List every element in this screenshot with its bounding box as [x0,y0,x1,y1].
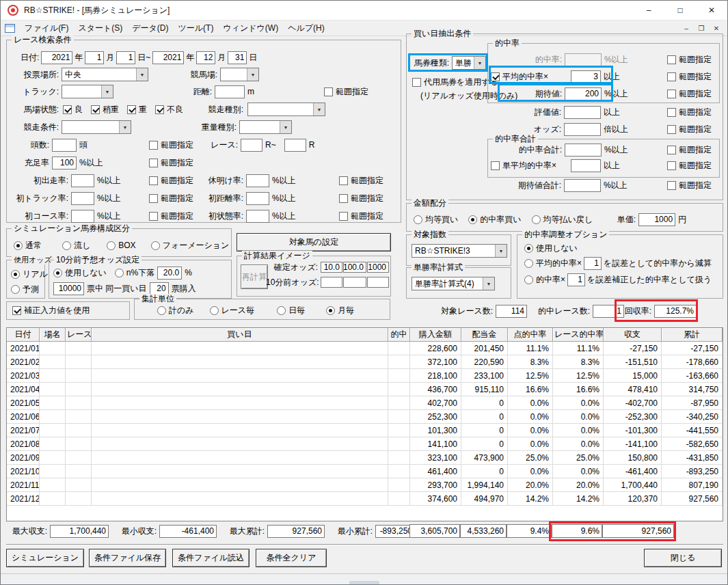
range-checkbox[interactable]: 範囲指定 [324,86,368,98]
ticket-type-select[interactable]: 単勝▼ [452,56,486,70]
adjust-correct-input[interactable]: 1 [567,273,585,286]
fixed-odds-input-1[interactable]: 10.0 [321,262,342,273]
radio-per-month[interactable]: 月毎 [326,305,354,316]
results-table[interactable]: 日付 場名 レース 買い目 的中 購入金額 配当金 点的中率 レース的中率 収支… [6,327,723,521]
close-button[interactable]: ✕ [696,1,727,20]
menu-help[interactable]: ヘルプ(H) [283,21,329,36]
range-checkbox[interactable]: 範囲指定 [667,180,712,191]
radio-box[interactable]: BOX [107,241,135,250]
hit-rate-total-input[interactable] [565,144,602,157]
first-condition-input[interactable] [246,210,269,223]
condition-good-checkbox[interactable]: 良 [63,104,83,115]
radio-per-race[interactable]: レース毎 [210,305,255,316]
pre-odds-input-3[interactable] [367,277,389,288]
track-select[interactable]: ▼ [62,85,113,98]
range-checkbox[interactable]: 範囲指定 [667,88,712,100]
date-from-month-input[interactable]: 1 [85,51,104,64]
header-bet[interactable]: 買い目 [92,328,388,342]
menu-file[interactable]: ファイル(F) [20,21,73,36]
menu-tool[interactable]: ツール(T) [174,21,219,36]
adjust-subtract-input[interactable]: 1 [584,257,602,270]
correction-checkbox[interactable]: 補正入力値を使用 [12,305,90,316]
header-race[interactable]: レース [66,328,92,342]
range-checkbox[interactable]: 範囲指定 [667,107,712,118]
range-checkbox[interactable]: 範囲指定 [667,160,712,172]
vote-place-select[interactable]: 中央▼ [62,68,148,81]
range-checkbox[interactable]: 範囲指定 [667,54,712,66]
range-checkbox[interactable]: 範囲指定 [149,210,193,222]
radio-nagashi[interactable]: 流し [62,240,90,251]
menu-data[interactable]: データ(D) [127,21,173,36]
avg-hit-rate-input[interactable]: 3 [571,70,601,83]
race-condition-select[interactable]: ▼ [62,120,131,134]
unit-price-input[interactable]: 1000 [638,213,675,226]
load-conditions-button[interactable]: 条件ファイル読込 [172,549,250,567]
table-row[interactable]: 2021/09323,100473,90025.0%25.0%150,800-4… [7,451,723,465]
radio-adjust-correct[interactable]: 的中率× [524,274,565,286]
range-checkbox[interactable]: 範囲指定 [667,124,712,135]
radio-total-only[interactable]: 計のみ [157,305,194,316]
date-to-month-input[interactable]: 12 [196,51,215,64]
condition-bad-checkbox[interactable]: 不良 [155,104,183,115]
first-run-input[interactable] [71,174,94,187]
fill-rate-input[interactable]: 100 [52,157,77,169]
date-from-year-input[interactable]: 2021 [41,51,72,64]
header-payout[interactable]: 配当金 [461,328,508,342]
header-date[interactable]: 日付 [7,328,40,342]
first-distance-input[interactable] [246,192,269,205]
condition-slightly-heavy-checkbox[interactable]: 稍重 [91,104,119,115]
range-checkbox[interactable]: 範囲指定 [339,175,383,187]
radio-adjust-no-use[interactable]: 使用しない [524,243,578,254]
radio-normal[interactable]: 通常 [14,240,42,251]
hit-rate-input[interactable] [565,53,602,66]
condition-heavy-checkbox[interactable]: 重 [127,104,147,115]
radio-hit-rate-buy[interactable]: 的中率買い [468,214,521,226]
date-from-day-input[interactable]: 1 [116,51,135,64]
range-checkbox[interactable]: 範囲指定 [149,157,193,169]
substitute-ticket-checkbox[interactable]: 代用馬券を適用する [412,77,498,88]
save-conditions-button[interactable]: 条件ファイル保存 [89,549,166,567]
simulate-button[interactable]: シミュレーション [6,549,84,567]
radio-adjust-subtract[interactable]: 平均的中率× [524,258,582,269]
fixed-odds-input-2[interactable]: 100.0 [343,262,366,273]
votes-input[interactable]: 10000 [53,282,84,295]
range-checkbox[interactable]: 範囲指定 [149,193,193,204]
child-window-icon[interactable] [5,24,15,33]
weight-type-select[interactable]: ▼ [239,120,292,134]
fixed-odds-input-3[interactable]: 1000 [367,262,389,273]
header-race-rate[interactable]: レース的中率 [553,328,604,342]
evaluation-input[interactable] [564,106,601,119]
date-to-year-input[interactable]: 2021 [152,51,184,64]
maximize-button[interactable]: □ [664,1,696,20]
child-close-button[interactable]: ✕ [710,22,723,34]
radio-predicted-odds[interactable]: 予測 [11,284,39,295]
first-track-input[interactable] [71,192,94,205]
buy-votes-input[interactable]: 20 [150,282,169,295]
distance-input[interactable] [215,85,245,98]
table-row[interactable]: 2021/11293,7001,994,14020.0%20.0%1,700,4… [7,478,723,492]
race-type-select[interactable]: ▼ [247,103,325,116]
close-dialog-button[interactable]: 閉じる [644,549,722,567]
radio-per-day[interactable]: 日毎 [277,305,305,316]
target-index-select[interactable]: RB☆STRIKE!3▼ [412,244,507,258]
odds-input[interactable] [564,123,601,136]
table-row[interactable]: 2021/05402,70000.0%0.0%-402,700-87,950 [7,396,723,410]
header-point-rate[interactable]: 点的中率 [508,328,553,342]
table-row[interactable]: 2021/08141,10000.0%0.0%-141,100-582,650 [7,437,723,451]
header-hit[interactable]: 的中 [388,328,410,342]
single-avg-hit-rate-input[interactable] [571,159,601,172]
range-checkbox[interactable]: 範囲指定 [149,175,193,187]
win-formula-select[interactable]: 単勝率計算式(4)▼ [412,277,495,290]
avg-hit-rate-checkbox[interactable]: 平均的中率× [491,71,568,83]
target-horse-button[interactable]: 対象馬の設定 [237,233,391,251]
pre-odds-input-1[interactable] [321,277,342,288]
range-checkbox[interactable]: 範囲指定 [667,144,712,156]
header-venue[interactable]: 場名 [40,328,66,342]
clear-conditions-button[interactable]: 条件全クリア [256,549,327,567]
date-to-day-input[interactable]: 31 [228,51,247,64]
pre-odds-input-2[interactable] [343,277,366,288]
table-row[interactable]: 2021/04436,700915,11016.6%16.6%478,41031… [7,383,723,396]
radio-pre10-no-use[interactable]: 使用しない [53,267,107,279]
radio-equal-payback[interactable]: 均等払い戻し [532,214,593,226]
table-row[interactable]: 2021/03218,100233,10012.5%12.5%15,000-16… [7,369,723,383]
